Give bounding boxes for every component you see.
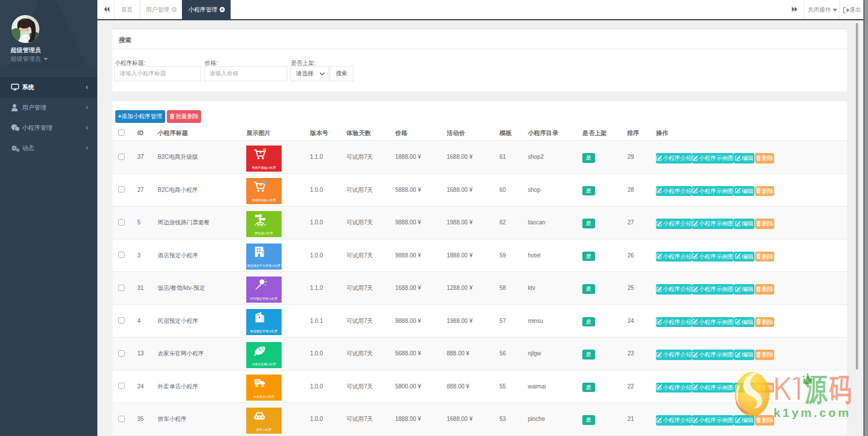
svg-text:电商双模板小程序: 电商双模板小程序 xyxy=(252,198,276,202)
svg-text:拼车小程序: 拼车小程序 xyxy=(256,427,271,431)
svg-text:农家乐官网小程序: 农家乐官网小程序 xyxy=(252,362,276,365)
svg-text:外卖单店小程序: 外卖单店小程序 xyxy=(253,395,274,399)
svg-text:酒店预定平台管理小程序: 酒店预定平台管理小程序 xyxy=(247,264,280,268)
svg-text:k1ym.com: k1ym.com xyxy=(774,406,851,419)
svg-text:@: @ xyxy=(259,150,262,153)
svg-text:电商升级版小程序: 电商升级版小程序 xyxy=(252,165,276,169)
svg-text:民宿预定管理小程序: 民宿预定管理小程序 xyxy=(250,329,278,333)
svg-text:@: @ xyxy=(259,183,262,186)
svg-text:周边游小程序: 周边游小程序 xyxy=(255,231,273,235)
svg-text:KTV预定管理小程序: KTV预定管理小程序 xyxy=(250,296,277,300)
svg-text:码: 码 xyxy=(829,372,852,406)
